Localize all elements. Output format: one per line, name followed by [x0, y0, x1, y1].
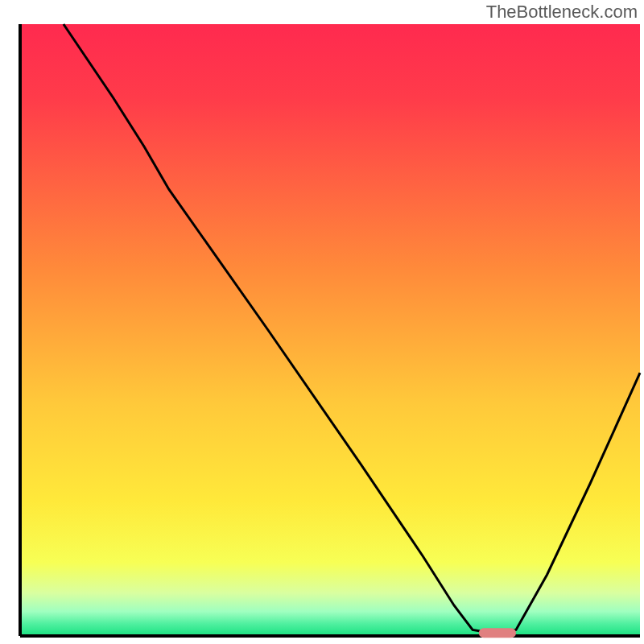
- chart-container: TheBottleneck.com: [0, 0, 644, 644]
- bottleneck-chart: [0, 0, 644, 644]
- watermark-text: TheBottleneck.com: [486, 2, 638, 23]
- optimal-marker: [479, 628, 516, 638]
- plot-background: [20, 24, 640, 636]
